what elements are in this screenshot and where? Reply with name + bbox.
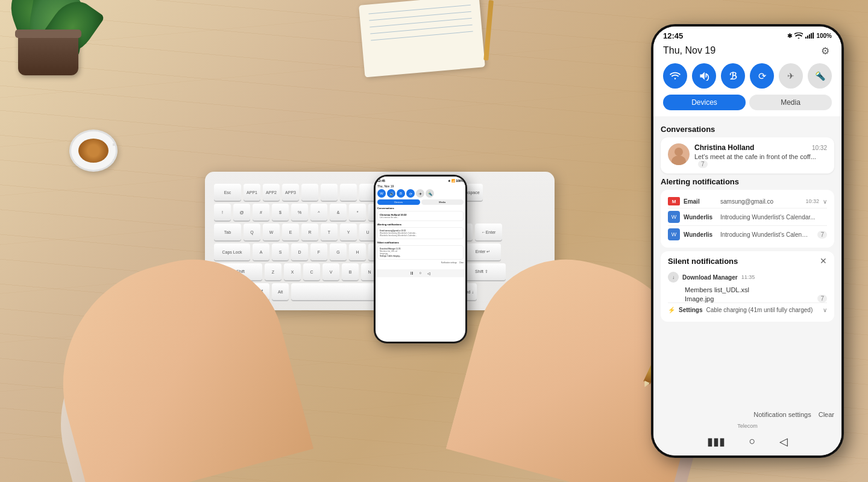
phone-small: 12:45★ 📶 100% Thu, Nov 19 W 🔊 B ⟳ ✈ 🔦 De… [374, 175, 467, 343]
phone-small-screen: 12:45★ 📶 100% Thu, Nov 19 W 🔊 B ⟳ ✈ 🔦 De… [376, 177, 465, 342]
qs-bluetooth-icon[interactable]: ℬ [721, 63, 745, 89]
status-time: 12:45 [663, 31, 683, 40]
wunderlist-icon-1: W [668, 211, 680, 223]
recent-apps-button[interactable]: ▮▮▮ [707, 435, 725, 448]
alerting-email-app: Email [684, 198, 717, 205]
home-button[interactable]: ○ [749, 435, 756, 448]
qs-date: Thu, Nov 19 [663, 45, 715, 56]
qs-rotation-icon[interactable]: ⟳ [750, 63, 774, 89]
qs-date-row: Thu, Nov 19 ⚙ [663, 44, 832, 57]
notification-panel: Conversations Christina Holland 10:32 Le… [653, 116, 841, 406]
christina-count: 7 [698, 160, 708, 168]
settings-app-label: Settings [679, 307, 702, 313]
qs-volume-icon[interactable] [692, 63, 716, 89]
plant-pot [18, 33, 78, 75]
alerting-title: Alerting notifications [661, 177, 834, 186]
phone-main: 12:45 ✱ 100% Thu, Nov 19 ⚙ [651, 24, 844, 458]
cup-coffee [78, 139, 108, 163]
qs-airplane-icon[interactable]: ✈ [779, 63, 803, 89]
plant-pot-rim [15, 30, 81, 38]
silent-title: Silent notifications [668, 257, 738, 266]
download-manager-row[interactable]: ↓ Download Manager 11:35 [668, 269, 827, 285]
wifi-status-icon [794, 33, 803, 40]
coffee-cup [69, 130, 124, 184]
christina-content: Christina Holland 10:32 Let's meet at th… [694, 143, 827, 167]
christina-avatar [668, 143, 690, 165]
svg-rect-4 [813, 33, 814, 39]
download-file-2: Image.jpg [685, 295, 714, 302]
wunderlist-msg-1: Introducing Wunderlist's Calendar... [720, 214, 827, 221]
settings-gear-icon[interactable]: ⚙ [819, 44, 832, 57]
email-app-icon: M [668, 197, 680, 205]
expand-arrow-icon[interactable]: ∨ [823, 198, 827, 205]
wunderlist-icon-2: W [668, 228, 680, 240]
silent-header: Silent notifications ✕ [668, 256, 827, 266]
settings-expand-icon[interactable]: ∨ [823, 307, 827, 313]
tab-media[interactable]: Media [749, 95, 832, 110]
christina-time: 10:32 [812, 145, 827, 151]
christina-message: Let's meet at the cafe in front of the c… [694, 153, 827, 167]
telecom-carrier-label: Telecom [653, 423, 841, 430]
clear-notifications-button[interactable]: Clear [819, 411, 834, 418]
tab-devices[interactable]: Devices [663, 95, 746, 110]
phone-main-screen: 12:45 ✱ 100% Thu, Nov 19 ⚙ [653, 27, 841, 455]
silent-section: Silent notifications ✕ ↓ Download Manage… [661, 251, 834, 322]
qs-wifi-icon[interactable] [663, 63, 687, 89]
download-file-1: Members list_UDL.xsl [685, 285, 827, 295]
battery-status: 100% [816, 33, 832, 39]
alerting-email-account: samsung@gmail.co [720, 198, 802, 205]
conversation-card-christina[interactable]: Christina Holland 10:32 Let's meet at th… [661, 137, 834, 174]
plant-decoration [0, 0, 96, 78]
download-icon: ↓ [668, 272, 679, 283]
svg-rect-2 [809, 34, 810, 39]
svg-point-6 [675, 148, 683, 156]
alerting-wunderlist-row-2[interactable]: W Wunderlis Introducing Wunderlist's Cal… [668, 225, 827, 243]
silent-close-icon[interactable]: ✕ [820, 256, 827, 266]
wunderlist-msg-2: Introducing Wunderlist's Calendar... [720, 231, 810, 238]
settings-charging-icon: ⚡ [668, 307, 675, 313]
alerting-email-time: 10:32 [805, 198, 819, 204]
christina-name: Christina Holland [694, 143, 754, 152]
phone-navbar: ▮▮▮ ○ ◁ [653, 430, 841, 455]
download-count: 7 [817, 295, 827, 302]
settings-notification-row[interactable]: ⚡ Settings Cable charging (41m until ful… [668, 302, 827, 317]
signal-status-icon [805, 33, 814, 40]
bluetooth-status-icon: ✱ [787, 33, 792, 39]
wunderlist-app-2: Wunderlis [684, 231, 717, 238]
notification-settings-button[interactable]: Notification settings [753, 411, 811, 418]
status-icons: ✱ 100% [787, 33, 832, 40]
download-app: Download Manager [682, 274, 738, 281]
alerting-wunderlist-row-1[interactable]: W Wunderlis Introducing Wunderlist's Cal… [668, 208, 827, 225]
qs-tabs: Devices Media [663, 95, 832, 110]
keyboard-brand-label: SAMSUNG [500, 296, 542, 303]
cup-body [69, 130, 118, 172]
alerting-email-row[interactable]: M Email samsung@gmail.co 10:32 ∨ [668, 195, 827, 208]
wunderlist-count-2: 7 [817, 231, 827, 239]
conversations-title: Conversations [661, 125, 834, 134]
notebook [359, 0, 485, 77]
qs-icons-row: ℬ ⟳ ✈ 🔦 [663, 63, 832, 89]
svg-rect-1 [807, 36, 808, 39]
notebook-lines [368, 5, 476, 70]
back-button[interactable]: ◁ [779, 435, 788, 448]
notification-actions: Notification settings Clear [653, 406, 841, 423]
download-time: 11:35 [741, 274, 755, 280]
status-bar: 12:45 ✱ 100% [653, 27, 841, 40]
wunderlist-app-1: Wunderlis [684, 214, 717, 221]
settings-charging-msg: Cable charging (41m until fully charged) [706, 307, 819, 313]
qs-torch-icon[interactable]: 🔦 [808, 63, 832, 89]
cup-handle [113, 143, 118, 161]
svg-rect-0 [805, 37, 807, 39]
svg-rect-3 [811, 33, 812, 39]
quick-settings-panel: Thu, Nov 19 ⚙ ℬ ⟳ ✈ [653, 40, 841, 116]
alerting-section: M Email samsung@gmail.co 10:32 ∨ W Wunde… [661, 190, 834, 248]
